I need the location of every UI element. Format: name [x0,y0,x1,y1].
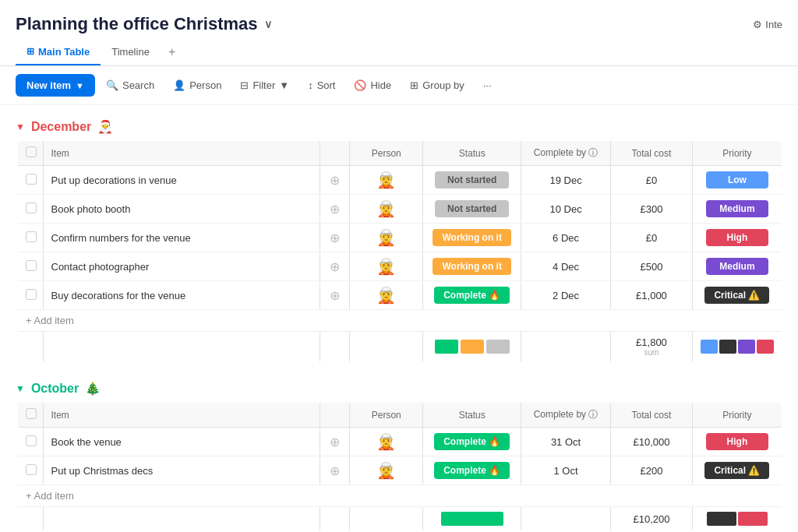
complete-by-cell: 4 Dec [521,252,610,281]
tab-timeline[interactable]: Timeline [101,40,161,65]
add-item-cell[interactable]: + Add item [17,485,782,507]
app-header: Planning the office Christmas ∨ ⚙ Inte [0,0,798,39]
add-cell: ⊕ [320,195,350,224]
tab-main-table-label: Main Table [38,46,90,58]
item-cell: Book photo booth [43,195,320,224]
new-item-dropdown-arrow[interactable]: ▼ [76,81,84,90]
priority-badge[interactable]: Critical ⚠️ [704,287,769,304]
add-to-row-icon[interactable]: ⊕ [330,174,340,187]
tab-bar: ⊞ Main Table Timeline + [0,39,798,66]
group-october-header[interactable]: ▼ October 🎄 [16,381,782,396]
priority-cell[interactable]: Low [692,166,782,195]
priority-cell[interactable]: Critical ⚠️ [692,456,782,485]
new-item-button[interactable]: New item ▼ [16,74,95,97]
avatar: 🧝 [376,433,396,450]
priority-cell[interactable]: Critical ⚠️ [692,281,782,310]
row-checkbox[interactable] [26,289,37,300]
priority-badge[interactable]: High [706,433,768,450]
complete-by-cell: 10 Dec [521,195,610,224]
group-october: ▼ October 🎄 Item Person Status Complete … [16,381,782,531]
status-badge[interactable]: Complete 🔥 [434,433,510,450]
priority-bar-high [757,340,774,354]
title-chevron-icon[interactable]: ∨ [264,18,272,30]
search-button[interactable]: 🔍 Search [98,75,162,96]
add-cell: ⊕ [320,224,350,252]
add-to-row-icon[interactable]: ⊕ [330,260,340,273]
row-checkbox-cell [17,281,44,310]
integrate-button[interactable]: ⚙ Inte [753,19,782,30]
item-cell: Put up decorations in venue [43,166,320,195]
add-item-row[interactable]: + Add item [17,310,782,332]
person-icon: 👤 [173,79,185,91]
row-checkbox[interactable] [26,260,37,271]
status-cell[interactable]: Working on it [423,252,521,281]
total-cost-cell: £10,000 [611,428,693,456]
priority-bar-critical [707,512,736,526]
row-checkbox[interactable] [26,464,37,475]
status-cell[interactable]: Complete 🔥 [423,281,521,310]
status-badge[interactable]: Complete 🔥 [434,462,510,479]
status-cell[interactable]: Complete 🔥 [423,428,521,456]
add-item-cell[interactable]: + Add item [17,310,782,332]
priority-cell[interactable]: Medium [692,195,782,224]
priority-cell[interactable]: High [692,428,782,456]
person-button[interactable]: 👤 Person [165,75,229,96]
row-checkbox[interactable] [26,203,37,213]
row-checkbox[interactable] [26,174,37,185]
select-all-checkbox[interactable] [26,408,37,419]
filter-icon: ⊟ [240,79,249,91]
summary-row: £1,800 sum [17,332,782,362]
add-cell: ⊕ [320,166,350,195]
person-cell: 🧝 [350,195,423,224]
priority-badge[interactable]: High [706,229,768,246]
priority-badge[interactable]: Medium [706,200,768,217]
total-cost-cell: £1,000 [611,281,693,310]
status-badge[interactable]: Working on it [433,229,510,246]
summary-total-value: £10,200 [633,513,669,525]
add-item-row[interactable]: + Add item [17,485,782,507]
tab-add-button[interactable]: + [161,39,183,65]
priority-bar-critical [719,340,736,354]
search-icon: 🔍 [106,79,118,91]
tab-main-table[interactable]: ⊞ Main Table [16,40,101,65]
status-cell[interactable]: Complete 🔥 [423,456,521,485]
group-december-header[interactable]: ▼ December 🎅 [16,119,782,134]
add-to-row-icon[interactable]: ⊕ [330,203,340,216]
more-options-button[interactable]: ··· [475,75,500,96]
item-cell: Confirm numbers for the venue [43,224,320,252]
add-to-row-icon[interactable]: ⊕ [330,231,340,245]
status-cell[interactable]: Not started [423,166,521,195]
total-cost-cell: £500 [611,252,693,281]
sort-button[interactable]: ↕ Sort [300,75,343,96]
summary-bar-working [461,340,484,354]
row-checkbox-cell [17,252,44,281]
item-cell: Book the venue [43,428,320,456]
status-badge[interactable]: Complete 🔥 [434,287,510,304]
status-badge[interactable]: Not started [435,200,509,217]
tab-timeline-label: Timeline [111,46,150,58]
status-cell[interactable]: Not started [423,195,521,224]
status-cell[interactable]: Working on it [423,224,521,252]
status-badge[interactable]: Working on it [433,258,510,275]
table-row: Book photo booth ⊕ 🧝 Not started 10 Dec … [17,195,782,224]
status-badge[interactable]: Not started [435,171,509,188]
add-to-row-icon[interactable]: ⊕ [330,289,340,302]
row-checkbox[interactable] [26,231,37,242]
priority-badge[interactable]: Critical ⚠️ [704,462,769,479]
priority-badge[interactable]: Medium [706,258,768,275]
group-by-button[interactable]: ⊞ Group by [402,75,471,96]
priority-badge[interactable]: Low [706,171,768,188]
select-all-checkbox[interactable] [26,146,37,157]
complete-by-cell: 19 Dec [521,166,610,195]
add-to-row-icon[interactable]: ⊕ [330,435,340,449]
priority-cell[interactable]: High [692,224,782,252]
table-row: Put up decorations in venue ⊕ 🧝 Not star… [17,166,782,195]
hide-button[interactable]: 🚫 Hide [346,75,399,96]
add-to-row-icon[interactable]: ⊕ [330,464,340,477]
col-item-header: Item [43,403,320,428]
row-checkbox[interactable] [26,435,37,446]
priority-cell[interactable]: Medium [692,252,782,281]
col-priority-header: Priority [692,403,782,428]
summary-bar-not-started [486,340,510,354]
filter-button[interactable]: ⊟ Filter ▼ [232,75,297,96]
